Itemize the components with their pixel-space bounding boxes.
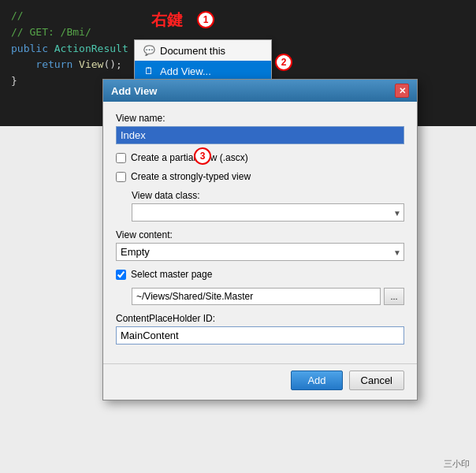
annotation-bubble-1: 1 <box>197 11 214 28</box>
document-icon: 💬 <box>143 44 155 57</box>
add-button[interactable]: Add <box>291 371 342 390</box>
cancel-button[interactable]: Cancel <box>349 371 404 390</box>
strongly-typed-label: Create a strongly-typed view <box>131 171 251 182</box>
right-click-label: 右鍵 <box>151 9 183 31</box>
master-page-input[interactable] <box>132 288 381 305</box>
view-content-select-wrapper: Empty Create Delete Details Edit List ▼ <box>116 243 404 261</box>
view-name-label: View name: <box>116 113 404 124</box>
content-placeholder-group: ContentPlaceHolder ID: <box>116 313 404 345</box>
master-page-checkbox-row: Select master page <box>116 269 404 280</box>
partial-view-label: Create a partial view (.ascx) <box>131 152 248 163</box>
watermark: 三小印 <box>444 458 470 470</box>
view-data-class-label: View data class: <box>132 190 404 201</box>
add-view-icon: 🗒 <box>143 65 155 77</box>
dialog-close-button[interactable]: ✕ <box>395 84 409 98</box>
strongly-typed-checkbox[interactable] <box>116 172 126 182</box>
add-view-dialog: Add View ✕ View name: Create a partial v… <box>102 79 418 400</box>
view-data-class-select[interactable] <box>132 203 404 222</box>
view-content-group: View content: Empty Create Delete Detail… <box>116 229 404 261</box>
context-menu-document-this[interactable]: 💬 Document this <box>135 40 271 61</box>
dialog-footer: Add Cancel <box>103 363 417 400</box>
select-master-page-label: Select master page <box>131 269 212 280</box>
code-line-1: // <box>11 8 465 24</box>
view-data-class-group: View data class: ▼ <box>132 190 404 222</box>
dialog-titlebar: Add View ✕ <box>103 80 417 102</box>
master-page-path-row: ... <box>132 288 404 305</box>
view-data-class-select-wrapper: ▼ <box>132 203 404 222</box>
content-placeholder-input[interactable] <box>116 326 404 345</box>
dialog-body: View name: Create a partial view (.ascx)… <box>103 102 417 363</box>
strongly-typed-row: Create a strongly-typed view <box>116 171 404 182</box>
main-wrapper: // // GET: /Bmi/ public ActionResult Ind… <box>0 0 476 473</box>
view-content-select[interactable]: Empty Create Delete Details Edit List <box>116 243 404 261</box>
annotation-bubble-3: 3 <box>194 147 211 165</box>
view-name-input[interactable] <box>116 126 404 144</box>
dialog-title: Add View <box>111 85 157 97</box>
annotation-bubble-2: 2 <box>275 54 292 71</box>
view-name-group: View name: <box>116 113 404 144</box>
content-placeholder-label: ContentPlaceHolder ID: <box>116 313 404 324</box>
partial-view-checkbox[interactable] <box>116 153 126 163</box>
code-line-2: // GET: /Bmi/ <box>11 24 465 41</box>
partial-view-row: Create a partial view (.ascx) <box>116 152 404 163</box>
view-content-label: View content: <box>116 229 404 240</box>
select-master-page-checkbox[interactable] <box>116 270 126 280</box>
browse-button[interactable]: ... <box>384 288 404 305</box>
